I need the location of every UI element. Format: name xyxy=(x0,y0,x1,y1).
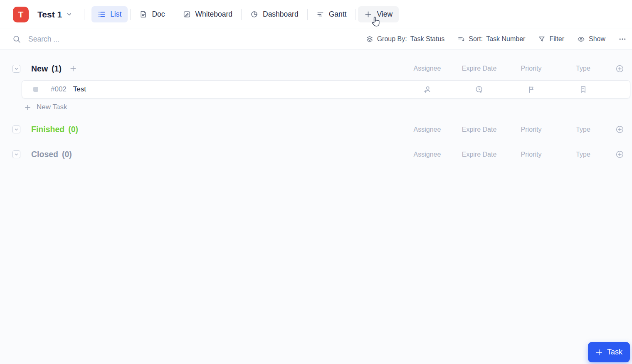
gantt-icon xyxy=(316,10,324,18)
whiteboard-icon xyxy=(183,10,191,18)
sort-control[interactable]: Sort: Task Number xyxy=(457,35,525,43)
set-expire-date-button[interactable] xyxy=(453,85,505,94)
column-expire-date: Expire Date xyxy=(453,126,505,133)
group-header-left: Closed (0) xyxy=(12,150,401,159)
tab-dashboard[interactable]: Dashboard xyxy=(244,6,305,22)
plus-icon xyxy=(595,349,603,356)
add-column-button[interactable] xyxy=(609,150,630,159)
divider xyxy=(174,9,174,20)
chevron-down-icon xyxy=(14,66,19,71)
group-header: Finished (0) Assignee Expire Date Priori… xyxy=(0,121,632,139)
set-assignee-button[interactable] xyxy=(401,85,453,94)
ellipsis-icon xyxy=(618,35,627,43)
toolbar-controls: Group By: Task Status Sort: Task Number … xyxy=(366,35,632,43)
topbar: T Test 1 List Doc Whiteboard Dashboard xyxy=(0,0,632,29)
tab-list[interactable]: List xyxy=(91,6,128,22)
divider xyxy=(137,33,137,45)
divider xyxy=(307,9,308,20)
collapse-group-button[interactable] xyxy=(12,150,20,158)
group-closed: Closed (0) Assignee Expire Date Priority… xyxy=(0,145,632,164)
group-by-value: Task Status xyxy=(410,35,445,43)
column-type: Type xyxy=(557,151,609,158)
tab-label: Doc xyxy=(152,10,165,19)
chevron-down-icon xyxy=(14,127,19,132)
app-logo[interactable]: T xyxy=(13,7,29,22)
chevron-down-icon xyxy=(14,152,19,157)
tab-doc[interactable]: Doc xyxy=(133,6,171,22)
plus-icon xyxy=(69,65,77,72)
filter-control[interactable]: Filter xyxy=(538,35,564,43)
task-title: Test xyxy=(73,85,86,93)
plus-icon xyxy=(24,104,31,111)
tab-whiteboard[interactable]: Whiteboard xyxy=(177,6,239,22)
filter-icon xyxy=(538,35,546,43)
add-column-button[interactable] xyxy=(609,64,630,73)
task-list: New (1) Assignee Expire Date Priority Ty… xyxy=(0,49,632,164)
collapse-group-button[interactable] xyxy=(12,125,20,133)
list-toolbar: Group By: Task Status Sort: Task Number … xyxy=(0,29,632,49)
search-input[interactable] xyxy=(28,35,111,44)
circled-plus-icon xyxy=(615,150,624,159)
group-count: (0) xyxy=(62,150,72,159)
assignee-icon xyxy=(423,85,432,94)
type-bookmark-icon xyxy=(579,85,588,94)
search-box[interactable] xyxy=(12,35,123,44)
add-task-label: Task xyxy=(607,348,622,357)
tab-label: View xyxy=(377,10,393,19)
tab-gantt[interactable]: Gantt xyxy=(310,6,353,22)
tab-label: Gantt xyxy=(329,10,347,19)
tab-label: Whiteboard xyxy=(195,10,233,19)
new-task-label: New Task xyxy=(37,103,67,111)
expire-date-icon xyxy=(475,85,484,94)
column-assignee: Assignee xyxy=(401,126,453,133)
column-expire-date: Expire Date xyxy=(453,65,505,72)
group-by-label: Group By: xyxy=(377,35,407,43)
column-headers: Assignee Expire Date Priority Type xyxy=(401,150,630,159)
column-assignee: Assignee xyxy=(401,151,453,158)
add-task-button[interactable]: Task xyxy=(588,342,630,362)
task-number: #002 xyxy=(51,85,67,93)
set-priority-button[interactable] xyxy=(505,85,557,94)
priority-flag-icon xyxy=(527,85,536,94)
new-task-button[interactable]: New Task xyxy=(24,103,67,111)
tab-add-view[interactable]: View xyxy=(358,6,399,22)
column-expire-date: Expire Date xyxy=(453,151,505,158)
add-column-button[interactable] xyxy=(609,125,630,134)
collapse-group-button[interactable] xyxy=(12,65,20,73)
column-headers: Assignee Expire Date Priority Type xyxy=(401,64,630,73)
search-icon xyxy=(12,35,21,44)
circled-plus-icon xyxy=(615,64,624,73)
divider xyxy=(241,9,242,20)
group-count: (1) xyxy=(52,64,62,74)
group-finished: Finished (0) Assignee Expire Date Priori… xyxy=(0,121,632,139)
more-menu-button[interactable] xyxy=(618,35,627,43)
chevron-down-icon xyxy=(67,12,72,17)
group-name: New xyxy=(31,64,48,74)
group-new: New (1) Assignee Expire Date Priority Ty… xyxy=(0,59,632,113)
show-label: Show xyxy=(589,35,605,43)
dashboard-icon xyxy=(250,10,258,18)
task-row[interactable]: #002 Test xyxy=(22,80,630,98)
group-by-control[interactable]: Group By: Task Status xyxy=(366,35,445,43)
eye-icon xyxy=(577,35,585,43)
layers-icon xyxy=(366,35,373,43)
plus-icon xyxy=(364,10,372,18)
group-count: (0) xyxy=(68,125,78,134)
divider xyxy=(355,9,356,20)
group-name: Closed xyxy=(31,150,58,159)
column-type: Type xyxy=(557,65,609,72)
show-control[interactable]: Show xyxy=(577,35,605,43)
task-status-icon[interactable] xyxy=(33,87,38,92)
column-priority: Priority xyxy=(505,126,557,133)
tab-label: List xyxy=(110,10,121,19)
add-task-to-group-button[interactable] xyxy=(69,65,77,72)
project-switcher[interactable]: Test 1 xyxy=(37,10,72,20)
sort-label: Sort: xyxy=(469,35,483,43)
divider xyxy=(130,9,131,20)
column-headers: Assignee Expire Date Priority Type xyxy=(401,125,630,134)
group-header-left: New (1) xyxy=(12,64,401,74)
column-assignee: Assignee xyxy=(401,65,453,72)
group-header: Closed (0) Assignee Expire Date Priority… xyxy=(0,145,632,164)
doc-icon xyxy=(139,10,147,18)
set-type-button[interactable] xyxy=(557,85,609,94)
